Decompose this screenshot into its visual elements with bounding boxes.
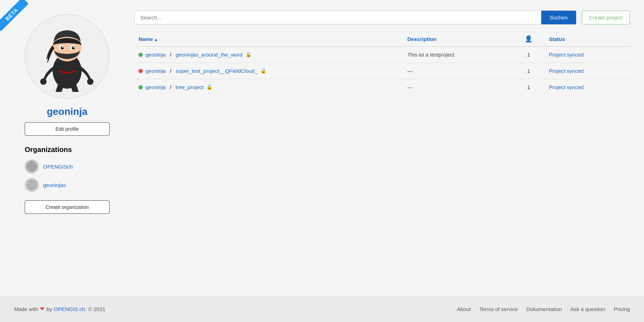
footer-made-with-text: Made with (14, 306, 38, 312)
project-description-cell: This ist a testproject (403, 47, 513, 63)
username: geoninja (47, 106, 87, 117)
footer-by-text: by (46, 306, 52, 312)
project-name-cell: geoninja / geoninjas_around_the_word 🔒 (134, 47, 403, 63)
person-icon: 👤 (525, 35, 532, 42)
project-name-link[interactable]: tree_project (176, 84, 203, 90)
org-avatar-geoninjas (25, 178, 39, 192)
footer-link-pricing[interactable]: Pricing (614, 306, 630, 312)
sidebar: geoninja Edit profile Organizations OPEN… (14, 11, 120, 285)
footer-link-ask[interactable]: Ask a question (571, 306, 605, 312)
project-description-cell: — (403, 63, 513, 79)
organizations-list: OPENGISch geoninjas (25, 159, 110, 192)
project-owner-link[interactable]: geoninja (146, 68, 166, 74)
project-status-cell: Project synced (545, 47, 630, 63)
org-avatar-opengisch (25, 159, 39, 174)
footer-left: Made with ❤ by OPENGIS.ch. © 2021 (14, 306, 105, 312)
projects-table: Name▲ Description 👤 Status (134, 31, 630, 95)
table-row: geoninja / geoninjas_around_the_word 🔒 T… (134, 47, 630, 63)
project-name-link[interactable]: super_test_project__QFieldCloud_ (176, 68, 258, 74)
lock-icon: 🔒 (260, 68, 266, 74)
edit-profile-button[interactable]: Edit profile (25, 122, 110, 136)
col-header-name[interactable]: Name▲ (134, 31, 403, 47)
create-organization-button[interactable]: Create organization (25, 200, 110, 214)
col-header-members: 👤 (513, 31, 545, 47)
heart-icon: ❤ (40, 306, 45, 312)
footer-link-terms[interactable]: Terms of service (479, 306, 518, 312)
project-name-link[interactable]: geoninjas_around_the_word (176, 52, 242, 58)
right-content: Suchen Create project Name▲ Description … (134, 11, 630, 285)
status-dot (138, 85, 143, 89)
project-description-cell: — (403, 79, 513, 95)
svg-point-7 (73, 47, 74, 48)
org-name-opengisch: OPENGISch (43, 164, 73, 170)
col-header-description: Description (403, 31, 513, 47)
projects-tbody: geoninja / geoninjas_around_the_word 🔒 T… (134, 47, 630, 95)
project-members-cell: 1 (513, 79, 545, 95)
sort-arrow-icon: ▲ (154, 37, 158, 42)
project-owner-link[interactable]: geoninja (146, 52, 166, 58)
search-button[interactable]: Suchen (541, 11, 576, 24)
ninja-avatar-image (32, 21, 102, 92)
org-name-geoninjas: geoninjas (43, 182, 66, 188)
project-status-cell: Project synced (545, 63, 630, 79)
footer-nav: About Terms of service Dokumentation Ask… (457, 306, 630, 312)
status-dot (138, 69, 143, 73)
col-header-status: Status (545, 31, 630, 47)
footer-link-about[interactable]: About (457, 306, 471, 312)
footer-link-docs[interactable]: Dokumentation (526, 306, 562, 312)
svg-point-6 (62, 47, 63, 48)
avatar (25, 14, 110, 99)
project-status-cell: Project synced (545, 79, 630, 95)
svg-point-8 (40, 78, 47, 85)
project-name-cell: geoninja / tree_project 🔒 (134, 79, 403, 95)
table-row: geoninja / super_test_project__QFieldClo… (134, 63, 630, 79)
project-name-cell: geoninja / super_test_project__QFieldClo… (134, 63, 403, 79)
footer-copyright: © 2021 (88, 306, 106, 312)
search-bar: Suchen Create project (134, 11, 630, 24)
table-header-row: Name▲ Description 👤 Status (134, 31, 630, 47)
footer: Made with ❤ by OPENGIS.ch. © 2021 About … (0, 296, 644, 322)
footer-company-link[interactable]: OPENGIS.ch. (54, 306, 87, 312)
svg-point-9 (87, 78, 93, 85)
table-row: geoninja / tree_project 🔒 — 1 Project sy… (134, 79, 630, 95)
search-input[interactable] (134, 11, 541, 24)
lock-icon: 🔒 (206, 84, 212, 90)
organizations-heading: Organizations (25, 146, 110, 154)
project-members-cell: 1 (513, 63, 545, 79)
org-item[interactable]: OPENGISch (25, 159, 110, 174)
project-members-cell: 1 (513, 47, 545, 63)
status-dot (138, 53, 143, 57)
project-owner-link[interactable]: geoninja (146, 84, 166, 90)
create-project-button[interactable]: Create project (582, 11, 630, 24)
org-item[interactable]: geoninjas (25, 178, 110, 192)
main-content: geoninja Edit profile Organizations OPEN… (0, 0, 644, 296)
lock-icon: 🔒 (246, 52, 252, 57)
